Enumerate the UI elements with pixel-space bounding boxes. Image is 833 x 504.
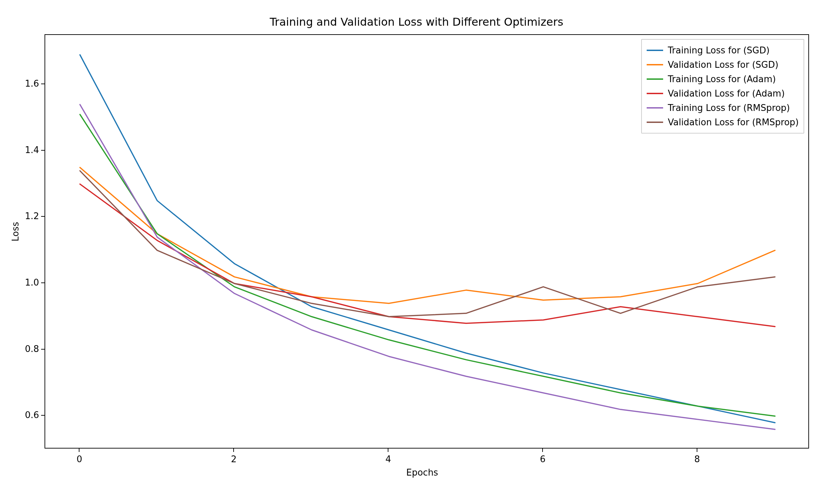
series-line: [80, 167, 775, 303]
legend-swatch: [647, 107, 663, 109]
legend-label: Training Loss for (RMSprop): [668, 103, 790, 113]
y-tick-mark: [41, 84, 45, 84]
y-tick-label: 1.0: [25, 277, 39, 288]
series-line: [80, 171, 775, 317]
plot-axes: Training Loss for (SGD)Validation Loss f…: [45, 34, 809, 449]
series-line: [80, 184, 775, 327]
x-tick-mark: [79, 449, 79, 452]
legend-label: Training Loss for (Adam): [668, 74, 776, 84]
legend: Training Loss for (SGD)Validation Loss f…: [641, 39, 804, 134]
y-tick-label: 0.8: [25, 344, 39, 354]
x-tick-mark: [233, 449, 234, 452]
legend-swatch: [647, 93, 663, 94]
x-axis-label: Epochs: [406, 467, 438, 478]
legend-item: Validation Loss for (RMSprop): [647, 115, 799, 129]
y-axis-label: Loss: [10, 222, 21, 241]
legend-swatch: [647, 50, 663, 51]
legend-swatch: [647, 122, 663, 123]
chart-title: Training and Validation Loss with Differ…: [0, 15, 833, 28]
x-tick-mark: [542, 449, 543, 452]
x-tick-label: 4: [385, 454, 391, 464]
legend-item: Validation Loss for (Adam): [647, 86, 799, 101]
legend-swatch: [647, 78, 663, 80]
y-tick-label: 1.4: [25, 145, 39, 155]
y-tick-label: 1.6: [25, 78, 39, 89]
y-tick-mark: [41, 216, 45, 217]
figure: Training and Validation Loss with Differ…: [0, 0, 833, 504]
x-tick-mark: [697, 449, 697, 452]
y-tick-mark: [41, 150, 45, 151]
series-line: [80, 104, 775, 429]
y-tick-mark: [41, 282, 45, 283]
legend-label: Validation Loss for (Adam): [668, 88, 785, 99]
legend-item: Training Loss for (SGD): [647, 43, 799, 58]
x-tick-label: 6: [540, 454, 546, 464]
y-tick-label: 1.2: [25, 211, 39, 221]
x-tick-label: 8: [694, 454, 700, 464]
legend-item: Validation Loss for (SGD): [647, 58, 799, 72]
legend-label: Validation Loss for (RMSprop): [668, 117, 799, 127]
legend-label: Training Loss for (SGD): [668, 45, 770, 55]
y-tick-mark: [41, 415, 45, 416]
legend-item: Training Loss for (RMSprop): [647, 101, 799, 115]
legend-item: Training Loss for (Adam): [647, 72, 799, 86]
x-tick-label: 0: [76, 454, 82, 464]
x-tick-label: 2: [231, 454, 237, 464]
y-tick-mark: [41, 349, 45, 350]
y-tick-label: 0.6: [25, 410, 39, 420]
x-tick-mark: [388, 449, 388, 452]
legend-label: Validation Loss for (SGD): [668, 60, 779, 70]
legend-swatch: [647, 64, 663, 65]
series-line: [80, 114, 775, 416]
